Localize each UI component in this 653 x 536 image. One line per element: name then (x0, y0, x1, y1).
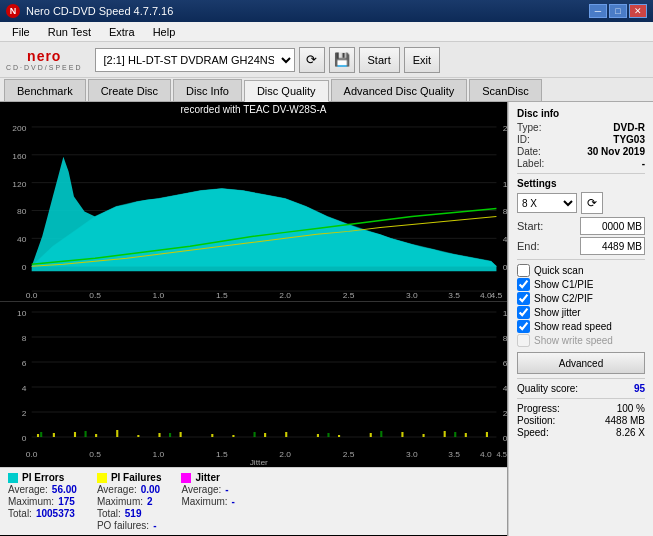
refresh-drives-button[interactable]: ⟳ (299, 47, 325, 73)
svg-text:4: 4 (503, 236, 507, 245)
pi-errors-total-label: Total: (8, 508, 32, 519)
tab-scan-disc[interactable]: ScanDisc (469, 79, 541, 101)
start-label: Start: (517, 220, 543, 232)
pi-failures-label: PI Failures (111, 472, 162, 483)
svg-rect-53 (137, 435, 139, 437)
tab-advanced-disc-quality[interactable]: Advanced Disc Quality (331, 79, 468, 101)
svg-rect-58 (264, 433, 266, 437)
svg-text:10: 10 (503, 309, 507, 318)
svg-rect-59 (285, 432, 287, 437)
start-input[interactable] (580, 217, 645, 235)
svg-rect-67 (486, 432, 488, 437)
po-failures-label: PO failures: (97, 520, 149, 531)
svg-text:0.5: 0.5 (89, 291, 101, 300)
menu-file[interactable]: File (4, 24, 38, 40)
svg-text:160: 160 (12, 152, 27, 161)
save-button[interactable]: 💾 (329, 47, 355, 73)
advanced-button[interactable]: Advanced (517, 352, 645, 374)
quality-score-row: Quality score: 95 (517, 383, 645, 394)
speed-selector[interactable]: 8 X (517, 193, 577, 213)
exit-button[interactable]: Exit (404, 47, 440, 73)
quality-score-value: 95 (634, 383, 645, 394)
pi-failures-legend: PI Failures Average: 0.00 Maximum: 2 Tot… (97, 472, 162, 531)
quick-scan-row: Quick scan (517, 264, 645, 277)
lower-chart: 10 8 6 4 2 0 10 8 6 4 2 0 (0, 302, 507, 467)
disc-info-title: Disc info (517, 108, 645, 119)
svg-text:4.0: 4.0 (480, 450, 492, 459)
svg-text:2.0: 2.0 (279, 450, 291, 459)
menu-run-test[interactable]: Run Test (40, 24, 99, 40)
svg-rect-71 (254, 432, 256, 437)
position-value: 4488 MB (605, 415, 645, 426)
show-write-speed-label: Show write speed (534, 335, 613, 346)
minimize-button[interactable]: ─ (589, 4, 607, 18)
menu-extra[interactable]: Extra (101, 24, 143, 40)
svg-text:6: 6 (503, 359, 507, 368)
svg-text:120: 120 (12, 180, 27, 189)
pi-errors-max-label: Maximum: (8, 496, 54, 507)
end-input[interactable] (580, 237, 645, 255)
svg-text:80: 80 (17, 208, 27, 217)
svg-text:3.5: 3.5 (448, 450, 460, 459)
svg-text:1.5: 1.5 (216, 450, 228, 459)
title-bar: N Nero CD-DVD Speed 4.7.7.16 ─ □ ✕ (0, 0, 653, 22)
progress-row: Progress: 100 % (517, 403, 645, 414)
pi-failures-max-label: Maximum: (97, 496, 143, 507)
show-read-speed-checkbox[interactable] (517, 320, 530, 333)
tab-benchmark[interactable]: Benchmark (4, 79, 86, 101)
svg-rect-72 (327, 433, 329, 437)
close-button[interactable]: ✕ (629, 4, 647, 18)
svg-text:3.0: 3.0 (406, 291, 418, 300)
tab-disc-quality[interactable]: Disc Quality (244, 80, 329, 102)
nero-logo-subtext: CD·DVD/SPEED (6, 64, 83, 71)
svg-text:1.0: 1.0 (153, 291, 165, 300)
pi-failures-color-dot (97, 473, 107, 483)
pi-errors-max-value: 175 (58, 496, 75, 507)
disc-type-row: Type: DVD-R (517, 122, 645, 133)
disc-type-label: Type: (517, 122, 541, 133)
svg-text:4: 4 (503, 384, 507, 393)
upper-chart: 200 160 120 80 40 0 20 12 8 4 0 (0, 117, 507, 302)
show-c1-pie-checkbox[interactable] (517, 278, 530, 291)
pi-errors-color-dot (8, 473, 18, 483)
settings-title: Settings (517, 178, 645, 189)
show-write-speed-checkbox[interactable] (517, 334, 530, 347)
quick-scan-checkbox[interactable] (517, 264, 530, 277)
svg-rect-64 (423, 434, 425, 437)
chart-area: recorded with TEAC DV-W28S-A 200 160 120… (0, 102, 508, 536)
maximize-button[interactable]: □ (609, 4, 627, 18)
jitter-legend: Jitter Average: - Maximum: - (181, 472, 234, 507)
lower-chart-svg: 10 8 6 4 2 0 10 8 6 4 2 0 (0, 302, 507, 467)
refresh-button[interactable]: ⟳ (581, 192, 603, 214)
end-row: End: (517, 237, 645, 255)
start-button[interactable]: Start (359, 47, 400, 73)
jitter-max-value: - (232, 496, 235, 507)
svg-rect-70 (169, 433, 171, 437)
pi-failures-avg-value: 0.00 (141, 484, 160, 495)
svg-rect-54 (158, 433, 160, 437)
pi-errors-avg-value: 56.00 (52, 484, 77, 495)
svg-rect-66 (465, 433, 467, 437)
svg-text:0.0: 0.0 (26, 450, 38, 459)
show-jitter-checkbox[interactable] (517, 306, 530, 319)
svg-text:0: 0 (503, 263, 507, 272)
svg-marker-19 (32, 157, 497, 271)
tab-create-disc[interactable]: Create Disc (88, 79, 171, 101)
svg-text:2.5: 2.5 (343, 450, 355, 459)
disc-date-label: Date: (517, 146, 541, 157)
disc-label-row: Label: - (517, 158, 645, 169)
progress-label: Progress: (517, 403, 560, 414)
svg-text:Jitter: Jitter (250, 458, 269, 467)
menu-help[interactable]: Help (145, 24, 184, 40)
svg-rect-61 (338, 435, 340, 437)
jitter-avg-value: - (225, 484, 228, 495)
drive-selector[interactable]: [2:1] HL-DT-ST DVDRAM GH24NSD0 LH00 (95, 48, 295, 72)
disc-type-value: DVD-R (613, 122, 645, 133)
jitter-max-label: Maximum: (181, 496, 227, 507)
show-c2-pif-row: Show C2/PIF (517, 292, 645, 305)
svg-rect-51 (95, 434, 97, 437)
svg-text:2.5: 2.5 (343, 291, 355, 300)
show-c2-pif-checkbox[interactable] (517, 292, 530, 305)
show-c2-pif-label: Show C2/PIF (534, 293, 593, 304)
tab-disc-info[interactable]: Disc Info (173, 79, 242, 101)
